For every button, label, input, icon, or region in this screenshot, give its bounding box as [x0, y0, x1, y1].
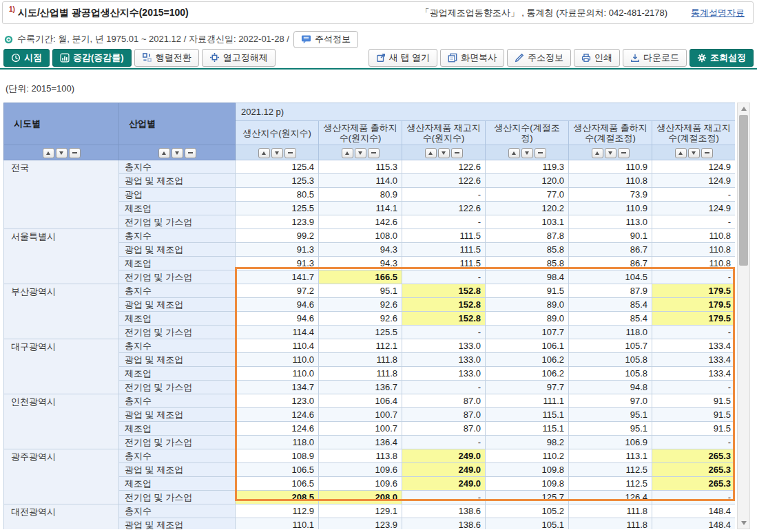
screen-copy-button[interactable]: 화면복사	[440, 49, 504, 67]
value-cell[interactable]: 112.5	[569, 463, 652, 477]
value-cell[interactable]: 110.8	[652, 257, 736, 270]
sort-descending-button[interactable]	[355, 148, 366, 158]
sort-clear-button[interactable]	[701, 148, 713, 158]
value-cell[interactable]: 126.4	[569, 491, 652, 504]
value-cell[interactable]: 142.6	[319, 215, 402, 229]
value-cell[interactable]: 179.5	[652, 284, 736, 298]
value-cell[interactable]: -	[652, 270, 736, 284]
value-cell[interactable]: 91.3	[236, 243, 319, 257]
value-cell[interactable]: 152.8	[402, 284, 486, 298]
value-cell[interactable]: 112.9	[236, 504, 319, 518]
value-cell[interactable]: 91.3	[236, 257, 319, 270]
value-cell[interactable]: 114.0	[319, 174, 402, 188]
value-cell[interactable]: 106.9	[569, 436, 652, 449]
value-cell[interactable]: 125.5	[319, 326, 402, 339]
value-cell[interactable]: 109.8	[486, 463, 569, 477]
value-cell[interactable]: 99.2	[236, 229, 319, 243]
sort-ascending-button[interactable]	[43, 148, 54, 158]
value-cell[interactable]: 94.6	[236, 312, 319, 326]
value-cell[interactable]: 91.5	[486, 284, 569, 298]
value-cell[interactable]: 95.1	[569, 408, 652, 422]
open-new-tab-button[interactable]: 새 탭 열기	[369, 49, 437, 67]
value-cell[interactable]: 138.6	[402, 504, 486, 518]
value-cell[interactable]: 113.0	[569, 215, 652, 229]
sort-clear-button[interactable]	[368, 148, 380, 158]
value-cell[interactable]: 97.0	[569, 394, 652, 408]
value-cell[interactable]: -	[652, 381, 736, 394]
value-cell[interactable]: 265.3	[652, 449, 736, 463]
value-cell[interactable]: 98.2	[486, 436, 569, 449]
sort-clear-button[interactable]	[451, 148, 463, 158]
value-cell[interactable]: 133.4	[652, 339, 736, 353]
value-cell[interactable]: 115.1	[486, 408, 569, 422]
value-cell[interactable]: 110.0	[236, 353, 319, 367]
value-cell[interactable]: -	[402, 215, 486, 229]
value-cell[interactable]: 85.8	[486, 257, 569, 270]
value-cell[interactable]: 105.8	[569, 353, 652, 367]
value-cell[interactable]: 106.5	[236, 463, 319, 477]
value-cell[interactable]: 89.0	[486, 312, 569, 326]
value-cell[interactable]: 110.1	[236, 518, 319, 530]
value-cell[interactable]: 100.7	[319, 408, 402, 422]
value-cell[interactable]: 125.7	[486, 491, 569, 504]
sort-ascending-button[interactable]	[675, 148, 687, 158]
value-cell[interactable]: 111.5	[402, 229, 486, 243]
value-cell[interactable]: 91.5	[652, 422, 736, 436]
value-cell[interactable]: 152.8	[402, 298, 486, 312]
value-cell[interactable]: 90.1	[569, 229, 652, 243]
value-cell[interactable]: 249.0	[402, 463, 486, 477]
value-cell[interactable]: 152.8	[402, 312, 486, 326]
value-cell[interactable]: 265.3	[652, 477, 736, 491]
sort-ascending-button[interactable]	[158, 148, 170, 158]
sort-descending-button[interactable]	[271, 148, 283, 158]
address-info-button[interactable]: 주소정보	[507, 49, 571, 67]
value-cell[interactable]: 136.7	[319, 381, 402, 394]
value-cell[interactable]: 249.0	[402, 449, 486, 463]
value-cell[interactable]: 111.8	[319, 353, 402, 367]
value-cell[interactable]: 141.7	[236, 270, 319, 284]
annotation-info-button[interactable]: 주석정보	[293, 31, 358, 48]
value-cell[interactable]: 97.7	[486, 381, 569, 394]
value-cell[interactable]: 80.9	[319, 188, 402, 202]
scroll-down-button[interactable]	[738, 518, 749, 529]
value-cell[interactable]: 120.0	[486, 174, 569, 188]
value-cell[interactable]: 133.4	[652, 353, 736, 367]
value-cell[interactable]: 108.0	[319, 229, 402, 243]
value-cell[interactable]: 80.5	[236, 188, 319, 202]
sort-clear-button[interactable]	[185, 148, 196, 158]
value-cell[interactable]: 133.0	[402, 367, 486, 381]
value-cell[interactable]: -	[402, 326, 486, 339]
value-cell[interactable]: 166.5	[319, 270, 402, 284]
value-cell[interactable]: -	[402, 270, 486, 284]
value-cell[interactable]: 122.6	[402, 174, 486, 188]
value-cell[interactable]: 105.1	[486, 518, 569, 530]
value-cell[interactable]: 73.9	[569, 188, 652, 202]
value-cell[interactable]: 92.6	[319, 298, 402, 312]
value-cell[interactable]: 105.7	[569, 339, 652, 353]
value-cell[interactable]: 208.5	[236, 491, 319, 504]
value-cell[interactable]: 110.4	[236, 339, 319, 353]
value-cell[interactable]: 148.4	[652, 504, 736, 518]
sort-descending-button[interactable]	[56, 148, 68, 158]
value-cell[interactable]: 94.6	[236, 298, 319, 312]
value-cell[interactable]: 86.7	[569, 257, 652, 270]
value-cell[interactable]: 87.0	[402, 422, 486, 436]
value-cell[interactable]: 114.1	[319, 202, 402, 215]
value-cell[interactable]: 94.3	[319, 257, 402, 270]
value-cell[interactable]: 249.0	[402, 477, 486, 491]
value-cell[interactable]: 92.6	[319, 312, 402, 326]
value-cell[interactable]: 118.0	[569, 326, 652, 339]
value-cell[interactable]: 87.8	[486, 229, 569, 243]
value-cell[interactable]: 112.5	[569, 477, 652, 491]
value-cell[interactable]: 91.5	[652, 408, 736, 422]
value-cell[interactable]: -	[402, 381, 486, 394]
value-cell[interactable]: 110.8	[652, 243, 736, 257]
value-cell[interactable]: 112.1	[319, 339, 402, 353]
value-cell[interactable]: 106.5	[236, 477, 319, 491]
value-cell[interactable]: 124.9	[652, 202, 736, 215]
value-cell[interactable]: 109.6	[319, 463, 402, 477]
value-cell[interactable]: 179.5	[652, 298, 736, 312]
value-cell[interactable]: 123.9	[319, 518, 402, 530]
sort-clear-button[interactable]	[535, 148, 546, 158]
sort-descending-button[interactable]	[521, 148, 533, 158]
